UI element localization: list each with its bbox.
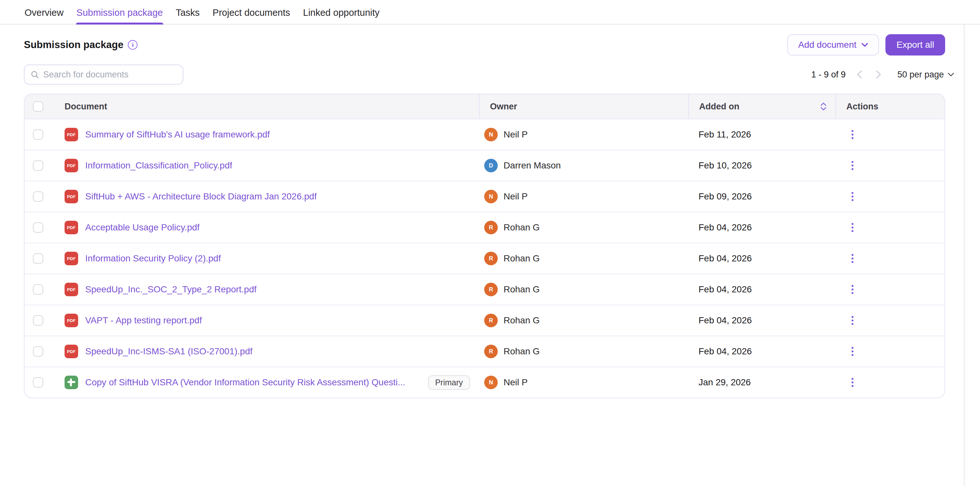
owner-avatar: R [484,221,498,234]
add-document-label: Add document [798,40,857,50]
per-page-select[interactable]: 50 per page [897,70,954,80]
table-row: PDF VAPT - App testing report.pdf R Roha… [24,305,945,336]
owner-name: Rohan G [504,315,540,326]
kebab-menu-icon[interactable] [848,313,857,327]
owner-name: Rohan G [504,222,540,233]
owner-avatar: D [484,159,498,172]
export-all-label: Export all [896,40,934,50]
column-header-owner: Owner [479,94,688,119]
owner-name: Darren Mason [504,160,561,171]
added-on-date: Feb 04, 2026 [688,222,835,233]
row-checkbox[interactable] [33,253,43,264]
row-checkbox[interactable] [33,284,43,295]
tab-linked-opportunity[interactable]: Linked opportunity [302,2,380,24]
table-row: PDF Acceptable Usage Policy.pdf R Rohan … [24,212,945,243]
table-row: PDF SpeedUp_Inc-ISMS-SA1 (ISO-27001).pdf… [24,336,945,367]
added-on-date: Feb 04, 2026 [688,346,835,357]
owner-avatar: N [484,376,498,389]
documents-table: Document Owner Added on Actions PDF Summ… [24,94,945,398]
page-title: Submission package [24,39,123,51]
export-all-button[interactable]: Export all [885,34,945,56]
spreadsheet-file-icon [65,376,78,389]
row-checkbox[interactable] [33,160,43,171]
pdf-file-icon: PDF [65,345,78,358]
added-on-date: Feb 04, 2026 [688,315,835,326]
added-on-date: Feb 09, 2026 [688,191,835,202]
next-page-icon[interactable] [872,67,886,82]
owner-name: Neil P [504,377,528,388]
info-icon[interactable]: i [128,40,137,50]
tab-overview[interactable]: Overview [24,2,64,24]
chevron-down-icon [862,43,868,47]
document-link[interactable]: Copy of SiftHub VISRA (Vendor Informatio… [85,377,405,388]
row-checkbox[interactable] [33,129,43,140]
added-on-date: Jan 29, 2026 [688,377,835,388]
table-row: PDF Information_Classification_Policy.pd… [24,150,945,181]
table-row: Copy of SiftHub VISRA (Vendor Informatio… [24,367,945,397]
table-row: PDF Summary of SiftHub's AI usage framew… [24,119,945,150]
document-link[interactable]: Information Security Policy (2).pdf [85,253,221,264]
pdf-file-icon: PDF [65,314,78,327]
kebab-menu-icon[interactable] [848,344,857,359]
row-checkbox[interactable] [33,222,43,233]
owner-name: Rohan G [504,284,540,295]
owner-name: Neil P [504,129,528,140]
owner-name: Neil P [504,191,528,202]
kebab-menu-icon[interactable] [848,127,857,142]
tab-submission-package[interactable]: Submission package [76,2,164,24]
pdf-file-icon: PDF [65,252,78,265]
pagination-range: 1 - 9 of 9 [811,70,846,80]
document-link[interactable]: SiftHub + AWS - Architecture Block Diagr… [85,191,317,202]
tab-project-documents[interactable]: Project documents [212,2,291,24]
document-link[interactable]: SpeedUp_Inc._SOC_2_Type_2 Report.pdf [85,284,257,295]
owner-avatar: R [484,345,498,358]
row-checkbox[interactable] [33,315,43,326]
kebab-menu-icon[interactable] [848,251,857,265]
row-checkbox[interactable] [33,191,43,202]
pdf-file-icon: PDF [65,159,78,172]
chevron-down-icon [948,73,954,76]
primary-badge: Primary [428,375,470,390]
added-on-date: Feb 11, 2026 [688,129,835,140]
tab-tasks[interactable]: Tasks [175,2,200,24]
kebab-menu-icon[interactable] [848,189,857,203]
owner-name: Rohan G [504,253,540,264]
search-icon [31,70,39,79]
top-navigation: OverviewSubmission packageTasksProject d… [0,0,980,24]
document-link[interactable]: VAPT - App testing report.pdf [85,315,202,326]
column-header-document: Document [65,94,479,119]
kebab-menu-icon[interactable] [848,159,857,173]
scroll-rail-divider [964,24,964,486]
pdf-file-icon: PDF [65,128,78,141]
search-box [24,65,183,84]
column-header-added-on[interactable]: Added on [688,94,835,119]
table-row: PDF SpeedUp_Inc._SOC_2_Type_2 Report.pdf… [24,274,945,305]
owner-avatar: N [484,128,498,141]
previous-page-icon[interactable] [852,67,866,82]
document-link[interactable]: Summary of SiftHub's AI usage framework.… [85,129,270,140]
pdf-file-icon: PDF [65,190,78,203]
select-all-checkbox[interactable] [33,101,43,112]
per-page-label: 50 per page [897,70,944,80]
sort-icon[interactable] [821,102,826,111]
added-on-date: Feb 04, 2026 [688,253,835,264]
kebab-menu-icon[interactable] [848,283,857,297]
kebab-menu-icon[interactable] [848,221,857,235]
added-on-date: Feb 04, 2026 [688,284,835,295]
row-checkbox[interactable] [33,377,43,388]
add-document-button[interactable]: Add document [787,34,879,56]
owner-avatar: R [484,283,498,296]
table-header-row: Document Owner Added on Actions [24,94,945,119]
kebab-menu-icon[interactable] [848,375,857,389]
table-row: PDF SiftHub + AWS - Architecture Block D… [24,181,945,212]
document-link[interactable]: Acceptable Usage Policy.pdf [85,222,199,233]
row-checkbox[interactable] [33,346,43,357]
search-input[interactable] [43,70,176,80]
owner-name: Rohan G [504,346,540,357]
app-window: OverviewSubmission packageTasksProject d… [0,0,980,486]
document-link[interactable]: SpeedUp_Inc-ISMS-SA1 (ISO-27001).pdf [85,346,253,357]
pdf-file-icon: PDF [65,221,78,234]
document-link[interactable]: Information_Classification_Policy.pdf [85,160,232,171]
owner-avatar: N [484,190,498,203]
added-on-date: Feb 10, 2026 [688,160,835,171]
